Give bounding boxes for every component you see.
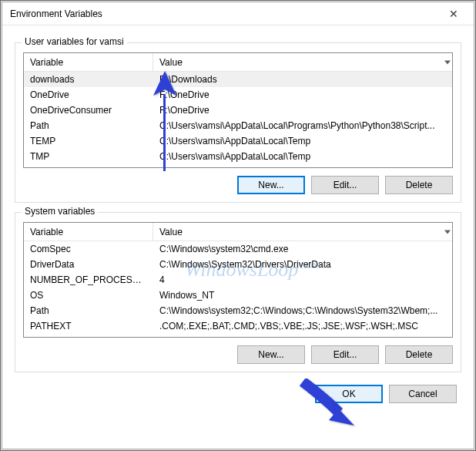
- user-new-button[interactable]: New...: [237, 176, 305, 194]
- table-row[interactable]: OS Windows_NT: [24, 288, 452, 303]
- user-variables-list[interactable]: Variable Value downloads D:\Downloads On…: [23, 52, 453, 168]
- cell-variable: TEMP: [24, 134, 153, 148]
- col-value[interactable]: Value: [153, 223, 452, 241]
- cell-variable: OneDriveConsumer: [24, 103, 153, 117]
- cell-variable: OneDrive: [24, 88, 153, 102]
- cell-variable: Path: [24, 304, 153, 318]
- col-value[interactable]: Value: [153, 53, 452, 71]
- table-row[interactable]: downloads D:\Downloads: [24, 72, 452, 87]
- ok-button[interactable]: OK: [315, 385, 383, 403]
- user-variables-group: User variables for vamsi Variable Value …: [15, 42, 461, 203]
- cell-value: .COM;.EXE;.BAT;.CMD;.VBS;.VBE;.JS;.JSE;.…: [153, 319, 452, 333]
- table-row[interactable]: PATHEXT .COM;.EXE;.BAT;.CMD;.VBS;.VBE;.J…: [24, 318, 452, 334]
- system-variables-group: System variables Variable Value ComSpec …: [15, 212, 461, 372]
- system-edit-button[interactable]: Edit...: [311, 345, 379, 364]
- table-row[interactable]: Path C:\Users\vamsi\AppData\Local\Progra…: [24, 118, 452, 133]
- table-row[interactable]: OneDriveConsumer F:\OneDrive: [24, 103, 452, 118]
- dialog-button-row: OK Cancel: [15, 385, 461, 403]
- titlebar: Environment Variables ✕: [2, 2, 474, 25]
- cell-variable: DriverData: [24, 257, 153, 271]
- table-row[interactable]: NUMBER_OF_PROCESSORS 4: [24, 272, 452, 288]
- close-icon: ✕: [449, 8, 458, 20]
- system-delete-button[interactable]: Delete: [385, 345, 453, 364]
- cell-value: F:\OneDrive: [153, 88, 452, 102]
- cell-variable: Path: [24, 119, 153, 133]
- content-area: User variables for vamsi Variable Value …: [2, 25, 474, 414]
- user-button-row: New... Edit... Delete: [23, 176, 453, 194]
- col-variable[interactable]: Variable: [24, 53, 153, 71]
- close-button[interactable]: ✕: [436, 3, 471, 25]
- system-list-header: Variable Value: [24, 223, 452, 241]
- cell-variable: ComSpec: [24, 242, 153, 256]
- cell-variable: PROCESSOR_ARCHITECTURE: [24, 335, 153, 338]
- table-row[interactable]: PROCESSOR_ARCHITECTURE AMD64: [24, 334, 452, 338]
- cell-value: C:\Windows\system32;C:\Windows;C:\Window…: [153, 304, 452, 318]
- table-row[interactable]: OneDrive F:\OneDrive: [24, 87, 452, 103]
- user-delete-button[interactable]: Delete: [385, 176, 453, 194]
- env-vars-dialog: Environment Variables ✕ User variables f…: [2, 2, 474, 449]
- table-row[interactable]: TEMP C:\Users\vamsi\AppData\Local\Temp: [24, 133, 452, 149]
- cell-value: AMD64: [153, 335, 452, 338]
- cell-value: C:\Windows\System32\Drivers\DriverData: [153, 257, 452, 271]
- cell-variable: OS: [24, 288, 153, 302]
- system-new-button[interactable]: New...: [237, 345, 305, 364]
- cell-value: D:\Downloads: [153, 72, 452, 86]
- system-group-label: System variables: [22, 206, 98, 217]
- window-title: Environment Variables: [10, 8, 102, 19]
- cell-variable: PATHEXT: [24, 319, 153, 333]
- cell-value: C:\Users\vamsi\AppData\Local\Programs\Py…: [153, 119, 452, 133]
- user-list-header: Variable Value: [24, 53, 452, 72]
- cell-value: C:\Windows\system32\cmd.exe: [153, 242, 452, 256]
- cell-variable: downloads: [24, 72, 153, 86]
- table-row[interactable]: DriverData C:\Windows\System32\Drivers\D…: [24, 257, 452, 272]
- table-row[interactable]: TMP C:\Users\vamsi\AppData\Local\Temp: [24, 149, 452, 164]
- user-edit-button[interactable]: Edit...: [311, 176, 379, 194]
- user-group-label: User variables for vamsi: [22, 36, 127, 47]
- cell-variable: NUMBER_OF_PROCESSORS: [24, 273, 153, 287]
- cell-value: 4: [153, 273, 452, 287]
- system-variables-list[interactable]: Variable Value ComSpec C:\Windows\system…: [23, 222, 453, 338]
- cell-value: Windows_NT: [153, 288, 452, 302]
- system-button-row: New... Edit... Delete: [23, 345, 453, 364]
- cell-variable: TMP: [24, 150, 153, 163]
- col-variable[interactable]: Variable: [24, 223, 153, 241]
- cell-value: C:\Users\vamsi\AppData\Local\Temp: [153, 134, 452, 148]
- table-row[interactable]: Path C:\Windows\system32;C:\Windows;C:\W…: [24, 303, 452, 318]
- cell-value: F:\OneDrive: [153, 103, 452, 117]
- cell-value: C:\Users\vamsi\AppData\Local\Temp: [153, 150, 452, 163]
- table-row[interactable]: ComSpec C:\Windows\system32\cmd.exe: [24, 241, 452, 257]
- cancel-button[interactable]: Cancel: [389, 385, 457, 403]
